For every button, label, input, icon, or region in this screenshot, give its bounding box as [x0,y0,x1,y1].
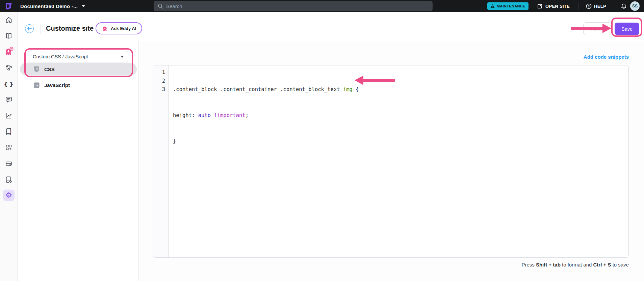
topbar-divider [578,3,578,9]
svg-text:?: ? [588,4,590,8]
save-button[interactable]: Save [615,23,639,35]
project-name: Document360 Demo -... [20,3,78,9]
tree-item-css[interactable]: 3 CSS [20,63,137,76]
feedback-comment-icon [5,96,12,103]
line-number: 1 [153,68,165,77]
help-button[interactable]: ? HELP [586,0,606,12]
svg-text:3: 3 [36,67,37,71]
search-input[interactable] [166,3,429,9]
dropdown-value: Custom CSS / JavaScript [33,54,88,59]
code-text-area[interactable]: .content_block .content_container .conte… [169,65,628,257]
sidebar-item-feedback[interactable] [3,94,15,105]
sidebar-item-settings[interactable]: ⚙ [3,190,15,201]
sidebar-item-widgets[interactable] [3,142,15,153]
eddy-ai-octopus-icon: 99 [4,47,14,57]
editor-shortcut-hint: Press Shift + tab to format and Ctrl + S… [521,262,629,268]
header-divider [41,24,41,34]
arrow-left-icon [27,27,32,31]
sidebar-item-eddy-ai[interactable]: 99 [3,46,15,57]
line-number: 3 [153,85,165,94]
workflow-icon [5,64,12,71]
help-circle-icon: ? [586,3,592,9]
warning-triangle-icon [490,4,495,8]
code-line: } [173,137,628,146]
tree-item-label: CSS [44,66,55,72]
sidebar-item-kb-site[interactable] [3,174,15,186]
eddy-badge: 99 [10,48,13,50]
topbar: Document360 Demo -... MAINTENANCE OPEN S… [0,0,644,12]
icon-sidebar: 99 { } ⚙ [0,12,18,281]
open-site-button[interactable]: OPEN SITE [537,0,570,12]
sidebar-item-home[interactable] [3,14,15,26]
kb-site-book-gear-icon [5,176,12,184]
tree-item-javascript[interactable]: JS JavaScript [20,79,137,91]
maintenance-label: MAINTENANCE [497,4,525,8]
code-line: .content_block .content_container .conte… [173,85,628,94]
css-code-editor: 1 2 3 .content_block .content_container … [153,65,629,258]
cancel-button[interactable]: Cancel [583,22,612,35]
svg-text:JS: JS [35,84,38,87]
js-square-icon: JS [34,82,40,88]
code-line: height: auto !important; [173,111,628,120]
ask-eddy-ai-label: Ask Eddy AI [111,26,136,31]
search-icon [158,3,163,9]
add-code-snippets-link[interactable]: Add code snippets [584,54,629,60]
sidebar-item-api-docs[interactable]: { } [3,78,15,90]
chevron-down-icon [121,56,124,58]
analytics-chart-icon [5,112,12,119]
document360-logo-icon [4,2,13,10]
project-switcher[interactable]: Document360 Demo -... [20,0,85,12]
sidebar-item-drive[interactable] [3,158,15,169]
page-title: Customize site [46,25,94,32]
settings-gear-icon: ⚙ [5,192,12,199]
line-number: 2 [153,77,165,86]
customize-section-dropdown[interactable]: Custom CSS / JavaScript [28,51,128,62]
sidebar-item-analytics[interactable] [3,110,15,121]
global-search [154,1,433,11]
drive-icon [5,160,12,167]
api-docs-braces-icon: { } [4,81,14,87]
user-avatar[interactable]: SS [630,1,640,11]
customize-tree-panel: Custom CSS / JavaScript 3 CSS JS JavaScr… [18,41,139,281]
open-site-label: OPEN SITE [545,4,570,9]
external-link-icon [537,3,543,9]
chevron-down-icon [82,5,85,7]
sidebar-item-ai-writer[interactable] [3,126,15,137]
ask-eddy-ai-button[interactable]: Ask Eddy AI [96,22,142,34]
tree-item-label: JavaScript [44,82,70,88]
documentation-book-icon [5,32,12,39]
app-window: Document360 Demo -... MAINTENANCE OPEN S… [0,0,644,281]
maintenance-badge[interactable]: MAINTENANCE [487,2,529,10]
help-label: HELP [594,4,606,9]
sidebar-item-workflow[interactable] [3,62,15,73]
line-number-gutter: 1 2 3 [153,65,169,257]
widgets-grid-plus-icon [5,144,12,151]
eddy-mini-octopus-icon [102,25,108,32]
home-icon [5,16,12,24]
css3-shield-icon: 3 [34,66,40,73]
ai-writer-book-sparkle-icon [5,128,12,135]
sidebar-item-documentation[interactable] [3,30,15,41]
notifications-bell-icon[interactable] [620,2,627,10]
back-button[interactable] [25,24,34,33]
